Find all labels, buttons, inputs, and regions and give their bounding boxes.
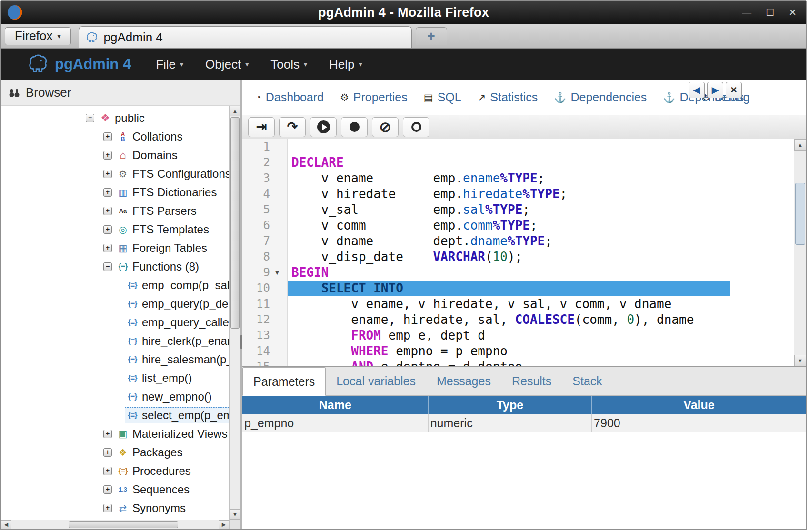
table-row[interactable]: p_empnonumeric7900 [242, 414, 806, 432]
menu-tools[interactable]: Tools▾ [270, 57, 307, 72]
expand-icon[interactable]: + [103, 225, 112, 234]
gutter-line-10[interactable]: 10 [242, 281, 288, 296]
expand-icon[interactable]: + [103, 207, 112, 215]
code-text[interactable]: v_sal emp.sal%TYPE; [288, 202, 806, 218]
collapse-icon[interactable]: − [86, 114, 94, 122]
column-header-name[interactable]: Name [242, 396, 429, 414]
expand-icon[interactable]: + [103, 448, 112, 457]
tree-item-synonyms[interactable]: +⇄Synonyms [1, 499, 229, 517]
code-text[interactable]: v_ename, v_hiredate, v_sal, v_comm, v_dn… [288, 296, 806, 312]
tree-item-fts-dictionaries[interactable]: +▥FTS Dictionaries [1, 183, 229, 201]
expand-icon[interactable]: + [103, 188, 112, 197]
collapse-icon[interactable]: − [103, 262, 112, 271]
fold-arrow-icon[interactable]: ▼ [270, 265, 284, 281]
scrollbar-thumb[interactable] [795, 183, 805, 245]
scroll-right-button[interactable]: ▶ [219, 520, 229, 529]
sidebar-horizontal-scrollbar[interactable]: ◀ ▶ [1, 520, 229, 529]
tree-item-emp-comp-p-sal[interactable]: {≡}emp_comp(p_sal [1, 276, 229, 294]
toggle-breakpoint-button[interactable] [341, 117, 368, 137]
gutter-line-6[interactable]: 6 [242, 218, 288, 233]
tree-item-functions-8[interactable]: −{≡}Functions (8) [1, 257, 229, 276]
gutter-line-1[interactable]: 1 [242, 139, 288, 155]
tree-item-hire-salesman-p[interactable]: {≡}hire_salesman(p_ [1, 350, 229, 369]
tree-item-public[interactable]: −❖public [1, 109, 229, 127]
tab-sql[interactable]: ▤SQL [416, 80, 469, 115]
scrollbar-thumb[interactable] [230, 117, 240, 329]
code-text[interactable]: v_disp_date VARCHAR(10); [288, 249, 806, 265]
editor-scrollbar[interactable]: ▲ ▼ [794, 139, 806, 366]
tree-item-emp-query-caller[interactable]: {≡}emp_query_caller( [1, 313, 229, 331]
gutter-line-11[interactable]: 11 [242, 296, 288, 312]
gutter-line-7[interactable]: 7 [242, 233, 288, 249]
gutter-line-5[interactable]: 5 [242, 202, 288, 218]
expand-icon[interactable]: + [103, 151, 112, 160]
tree-item-emp-query-p-dep[interactable]: {≡}emp_query(p_dep [1, 294, 229, 313]
code-text[interactable]: FROM emp e, dept d [288, 328, 806, 343]
gutter-line-8[interactable]: 8 [242, 249, 288, 265]
minimize-button[interactable]: — [742, 8, 751, 17]
scroll-left-button[interactable]: ◀ [1, 520, 11, 529]
expand-icon[interactable]: + [103, 467, 112, 475]
continue-button[interactable] [310, 117, 337, 137]
tree-item-materialized-views[interactable]: +▣Materialized Views [1, 424, 229, 443]
scrollbar-track[interactable] [794, 151, 806, 355]
code-text[interactable]: AND e.deptno = d.deptno [288, 359, 806, 366]
tree-item-new-empno[interactable]: {≡}new_empno() [1, 387, 229, 406]
gutter-line-2[interactable]: 2 [242, 155, 288, 171]
scrollbar-track[interactable] [230, 116, 240, 509]
step-over-button[interactable]: ↷ [279, 117, 306, 137]
menu-object[interactable]: Object▾ [205, 57, 249, 72]
expand-icon[interactable]: + [103, 485, 112, 494]
expand-icon[interactable]: + [103, 132, 112, 141]
scroll-down-button[interactable]: ▼ [230, 509, 240, 520]
expand-icon[interactable]: + [103, 504, 112, 512]
expand-icon[interactable]: + [103, 170, 112, 178]
scroll-down-button[interactable]: ▼ [794, 355, 806, 366]
gutter-line-4[interactable]: 4 [242, 186, 288, 202]
code-text[interactable]: DECLARE [288, 155, 806, 171]
code-text[interactable]: v_ename emp.ename%TYPE; [288, 171, 806, 186]
close-button[interactable]: ✕ [789, 8, 797, 17]
column-header-value[interactable]: Value [592, 396, 806, 414]
gutter-line-9[interactable]: 9▼ [242, 265, 288, 281]
tab-statistics[interactable]: ↗Statistics [469, 80, 546, 115]
tab-properties[interactable]: ⚙Properties [332, 80, 416, 115]
tree-item-fts-templates[interactable]: +◎FTS Templates [1, 220, 229, 239]
gutter-line-12[interactable]: 12 [242, 312, 288, 328]
tree-item-select-emp-p-emp[interactable]: {≡}select_emp(p_emp [1, 406, 229, 424]
scroll-up-button[interactable]: ▲ [230, 106, 240, 116]
gutter-line-3[interactable]: 3 [242, 171, 288, 186]
code-text[interactable]: ename, hiredate, sal, COALESCE(comm, 0),… [288, 312, 806, 328]
panel-close-button[interactable]: ✕ [726, 82, 742, 98]
tab-results[interactable]: Results [501, 367, 562, 395]
tree-item-collations[interactable]: +ABCollations [1, 127, 229, 146]
code-text[interactable]: v_comm emp.comm%TYPE; [288, 218, 806, 233]
expand-icon[interactable]: + [103, 430, 112, 438]
tab-dashboard[interactable]: ◔Dashboard [247, 80, 332, 115]
tree-item-sequences[interactable]: +1.3Sequences [1, 480, 229, 499]
new-tab-button[interactable]: + [416, 27, 447, 45]
code-text[interactable]: v_hiredate emp.hiredate%TYPE; [288, 186, 806, 202]
scrollbar-track[interactable] [11, 520, 219, 529]
code-text[interactable] [288, 139, 806, 155]
tree-item-list-emp[interactable]: {≡}list_emp() [1, 369, 229, 387]
tab-local-variables[interactable]: Local variables [326, 367, 426, 395]
tree-item-hire-clerk-p-enam[interactable]: {≡}hire_clerk(p_enam [1, 331, 229, 350]
code-text[interactable]: WHERE empno = p_empno [288, 343, 806, 359]
code-text[interactable]: v_dname dept.dname%TYPE; [288, 233, 806, 249]
tree-item-procedures[interactable]: +{≡}Procedures [1, 462, 229, 480]
firefox-menu-button[interactable]: Firefox ▾ [5, 27, 71, 45]
tab-dependencies[interactable]: ⚓Dependencies [546, 80, 655, 115]
tree-item-domains[interactable]: +⌂Domains [1, 146, 229, 164]
step-into-button[interactable]: ⇥ [248, 117, 275, 137]
scrollbar-thumb[interactable] [69, 521, 178, 528]
gutter-line-15[interactable]: 15 [242, 359, 288, 366]
gutter-line-13[interactable]: 13 [242, 328, 288, 343]
tree-item-fts-parsers[interactable]: +AaFTS Parsers [1, 201, 229, 220]
tab-scroll-left-button[interactable]: ◀ [689, 82, 705, 98]
clear-breakpoints-button[interactable]: ⊘ [372, 117, 399, 137]
column-header-type[interactable]: Type [429, 396, 592, 414]
tab-scroll-right-button[interactable]: ▶ [707, 82, 723, 98]
menu-help[interactable]: Help▾ [329, 57, 362, 72]
tree-item-foreign-tables[interactable]: +▦Foreign Tables [1, 239, 229, 257]
